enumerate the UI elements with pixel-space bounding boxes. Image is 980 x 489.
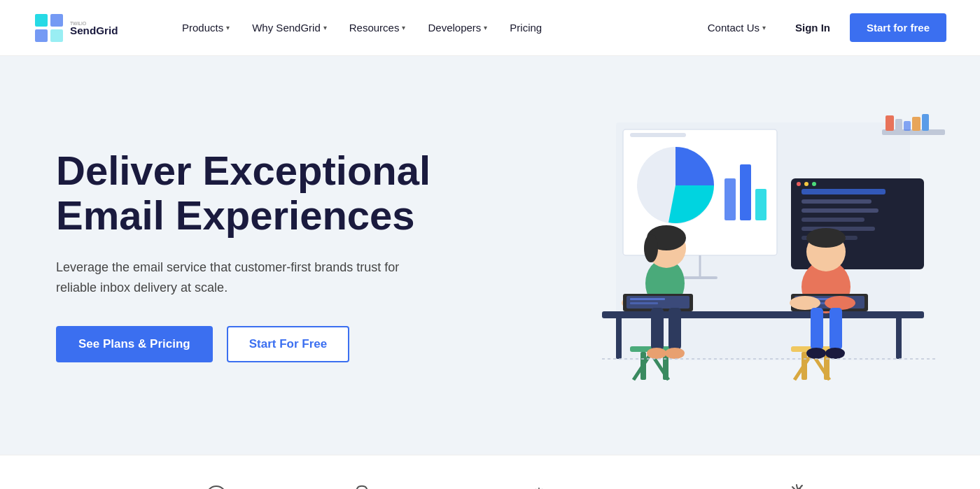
brand-yelp: yelp ✳ — [496, 483, 559, 489]
svg-rect-49 — [651, 308, 664, 350]
brand-glassdoor: glassdoor — [624, 484, 722, 490]
logo-link[interactable]: TWILIO SendGrid — [34, 13, 147, 43]
svg-rect-11 — [755, 189, 766, 220]
svg-rect-2 — [35, 29, 48, 42]
svg-point-51 — [647, 348, 666, 359]
svg-point-69 — [806, 348, 826, 359]
brand-instacart: instacart — [787, 484, 892, 490]
svg-rect-28 — [904, 121, 911, 131]
svg-rect-17 — [802, 199, 872, 204]
svg-text:✳: ✳ — [533, 486, 544, 489]
nav-contact[interactable]: Contact Us ▾ — [698, 16, 776, 39]
svg-rect-68 — [830, 308, 842, 350]
svg-rect-9 — [724, 178, 736, 220]
svg-rect-67 — [811, 308, 823, 350]
chevron-down-icon: ▾ — [323, 24, 327, 31]
svg-rect-50 — [668, 308, 681, 350]
svg-rect-47 — [630, 298, 665, 300]
start-for-free-hero-button[interactable]: Start For Free — [227, 326, 349, 362]
svg-point-22 — [797, 182, 801, 186]
svg-rect-0 — [35, 14, 48, 27]
brand-uber: Uber — [88, 485, 139, 489]
svg-point-60 — [806, 228, 846, 248]
nav-item-why-sendgrid[interactable]: Why SendGrid ▾ — [242, 16, 337, 39]
svg-point-42 — [644, 234, 658, 262]
start-for-free-nav-button[interactable]: Start for free — [850, 13, 946, 42]
svg-rect-1 — [50, 14, 63, 27]
svg-rect-32 — [616, 317, 622, 359]
svg-rect-18 — [802, 208, 878, 213]
hero-buttons: See Plans & Pricing Start For Free — [56, 326, 476, 362]
brands-section: Uber Spotify · airbnb yelp ✳ glassdoor — [0, 455, 980, 489]
svg-rect-26 — [886, 115, 894, 131]
svg-rect-33 — [896, 317, 902, 359]
svg-rect-16 — [802, 189, 886, 194]
svg-rect-12 — [630, 133, 686, 137]
nav-item-pricing[interactable]: Pricing — [500, 16, 552, 39]
see-plans-pricing-button[interactable]: See Plans & Pricing — [56, 326, 213, 362]
svg-point-24 — [812, 182, 816, 186]
nav-item-developers[interactable]: Developers ▾ — [418, 16, 497, 39]
brand-airbnb: airbnb — [354, 483, 430, 489]
svg-rect-48 — [630, 302, 658, 304]
sign-in-button[interactable]: Sign In — [781, 16, 844, 39]
chevron-down-icon: ▾ — [226, 24, 230, 31]
svg-text:SendGrid: SendGrid — [70, 24, 118, 36]
hero-illustration — [560, 108, 952, 402]
svg-rect-19 — [802, 218, 864, 222]
nav-item-resources[interactable]: Resources ▾ — [340, 16, 416, 39]
svg-point-70 — [825, 348, 845, 359]
svg-rect-10 — [740, 164, 751, 220]
hero-title: Deliver Exceptional Email Experiences — [56, 148, 476, 238]
chevron-down-icon: ▾ — [402, 24, 405, 31]
svg-rect-30 — [922, 114, 929, 131]
svg-rect-27 — [895, 119, 902, 131]
svg-rect-31 — [602, 311, 924, 318]
hero-section: Deliver Exceptional Email Experiences Le… — [0, 56, 980, 455]
svg-rect-14 — [682, 276, 718, 279]
nav-item-products[interactable]: Products ▾ — [172, 16, 239, 39]
chevron-down-icon: ▾ — [484, 24, 487, 31]
svg-rect-3 — [50, 29, 63, 42]
brand-spotify: Spotify · — [205, 483, 289, 489]
hero-content: Deliver Exceptional Email Experiences Le… — [56, 148, 476, 362]
nav-right: Contact Us ▾ Sign In Start for free — [698, 13, 946, 42]
nav-links: Products ▾ Why SendGrid ▾ Resources ▾ De… — [172, 16, 698, 39]
svg-rect-29 — [912, 117, 920, 131]
svg-point-23 — [804, 182, 808, 186]
hero-subtitle: Leverage the email service that customer… — [56, 257, 420, 298]
chevron-down-icon: ▾ — [762, 24, 766, 31]
svg-point-66 — [825, 296, 855, 310]
svg-point-72 — [206, 486, 226, 489]
navigation: TWILIO SendGrid Products ▾ Why SendGrid … — [0, 0, 980, 56]
svg-point-52 — [665, 348, 685, 359]
